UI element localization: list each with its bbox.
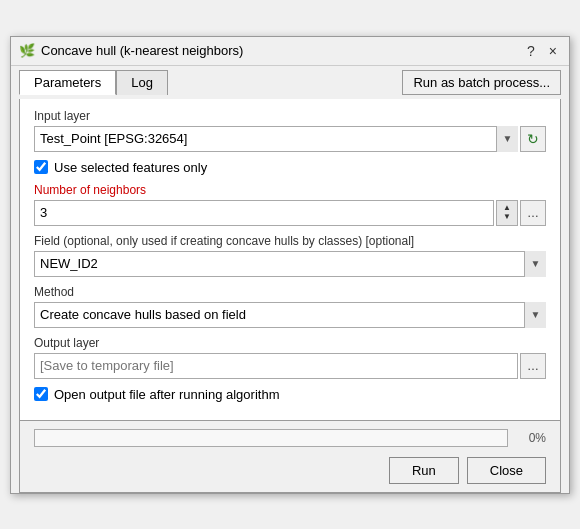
output-layer-browse-button[interactable]: … (520, 353, 546, 379)
field-select[interactable]: NEW_ID2 (34, 251, 546, 277)
field-select-wrapper: NEW_ID2 ▼ (34, 251, 546, 277)
run-button[interactable]: Run (389, 457, 459, 484)
method-select-wrapper: Create concave hulls based on field ▼ (34, 302, 546, 328)
titlebar: 🌿 Concave hull (k-nearest neighbors) ? × (11, 37, 569, 66)
form-content: Input layer Test_Point [EPSG:32654] ▼ ↻ … (19, 99, 561, 421)
field-group: Field (optional, only used if creating c… (34, 234, 546, 277)
use-selected-label[interactable]: Use selected features only (54, 160, 207, 175)
method-group: Method Create concave hulls based on fie… (34, 285, 546, 328)
neighbors-group: Number of neighbors ▲ ▼ … (34, 183, 546, 226)
dialog-title: Concave hull (k-nearest neighbors) (41, 43, 517, 58)
method-select[interactable]: Create concave hulls based on field (34, 302, 546, 328)
neighbors-row: ▲ ▼ … (34, 200, 546, 226)
neighbors-label: Number of neighbors (34, 183, 546, 197)
field-row: NEW_ID2 ▼ (34, 251, 546, 277)
progress-label: 0% (516, 431, 546, 445)
input-layer-refresh-button[interactable]: ↻ (520, 126, 546, 152)
spinner-down-icon: ▼ (503, 213, 511, 221)
output-layer-input[interactable] (34, 353, 518, 379)
use-selected-row: Use selected features only (34, 160, 546, 175)
use-selected-checkbox[interactable] (34, 160, 48, 174)
tabs: Parameters Log (19, 70, 168, 95)
button-row: Run Close (34, 457, 546, 484)
input-layer-row: Test_Point [EPSG:32654] ▼ ↻ (34, 126, 546, 152)
input-layer-select[interactable]: Test_Point [EPSG:32654] (34, 126, 518, 152)
dialog-icon: 🌿 (19, 43, 35, 59)
method-row: Create concave hulls based on field ▼ (34, 302, 546, 328)
bottom-area: 0% Run Close (19, 421, 561, 493)
field-label: Field (optional, only used if creating c… (34, 234, 546, 248)
tab-log[interactable]: Log (116, 70, 168, 95)
output-layer-row: … (34, 353, 546, 379)
open-output-row: Open output file after running algorithm (34, 387, 546, 402)
method-label: Method (34, 285, 546, 299)
close-button[interactable]: Close (467, 457, 546, 484)
output-layer-label: Output layer (34, 336, 546, 350)
neighbors-options-button[interactable]: … (520, 200, 546, 226)
progress-bar-wrap (34, 429, 508, 447)
neighbors-spinner[interactable]: ▲ ▼ (496, 200, 518, 226)
help-button[interactable]: ? (523, 44, 539, 58)
progress-area: 0% (34, 429, 546, 447)
tab-parameters[interactable]: Parameters (19, 70, 116, 95)
dialog: 🌿 Concave hull (k-nearest neighbors) ? ×… (10, 36, 570, 494)
close-title-button[interactable]: × (545, 44, 561, 58)
tab-toolbar: Parameters Log Run as batch process... (11, 66, 569, 99)
open-output-checkbox[interactable] (34, 387, 48, 401)
input-layer-select-wrapper: Test_Point [EPSG:32654] ▼ (34, 126, 518, 152)
input-layer-group: Input layer Test_Point [EPSG:32654] ▼ ↻ (34, 109, 546, 152)
neighbors-input[interactable] (34, 200, 494, 226)
output-layer-group: Output layer … (34, 336, 546, 379)
run-batch-button[interactable]: Run as batch process... (402, 70, 561, 95)
open-output-label[interactable]: Open output file after running algorithm (54, 387, 279, 402)
input-layer-label: Input layer (34, 109, 546, 123)
spinner-up-icon: ▲ (503, 204, 511, 212)
